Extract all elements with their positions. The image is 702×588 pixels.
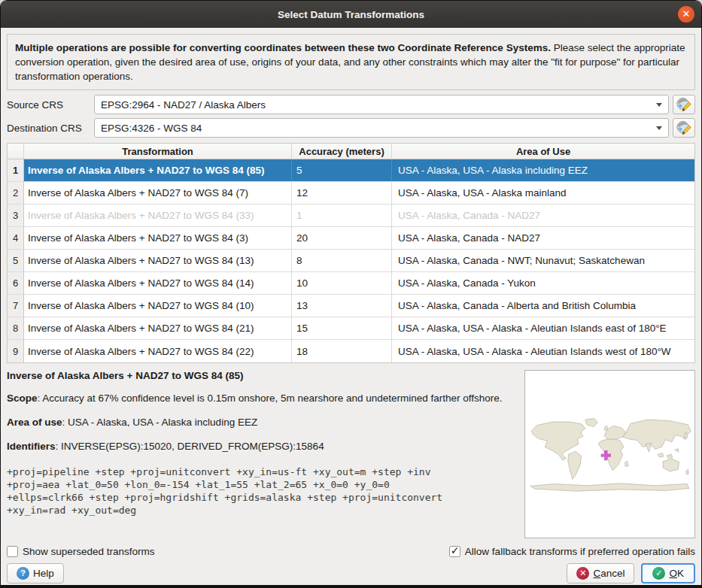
description-box: Multiple operations are possible for con… xyxy=(7,34,695,90)
table-row[interactable]: 2 Inverse of Alaska Albers + NAD27 to WG… xyxy=(8,182,694,205)
transformation-cell: Inverse of Alaska Albers + NAD27 to WGS … xyxy=(24,272,292,294)
area-of-use-label: Area of use xyxy=(7,417,62,428)
ok-button-label: OK xyxy=(669,568,684,579)
checkbox-row: Show superseded transforms Allow fallbac… xyxy=(7,544,695,559)
chevron-down-icon xyxy=(656,126,662,130)
accuracy-cell: 12 xyxy=(292,182,392,204)
area-of-use-cell: USA - Alaska, USA - Alaska - Aleutian Is… xyxy=(392,317,694,339)
area-of-use-text: : USA - Alaska, USA - Alaska including E… xyxy=(62,417,258,428)
transformation-cell: Inverse of Alaska Albers + NAD27 to WGS … xyxy=(24,159,292,181)
area-of-use-cell: USA - Alaska, USA - Alaska mainland xyxy=(392,182,694,204)
area-of-use-map xyxy=(524,370,695,538)
row-number: 5 xyxy=(8,250,24,271)
help-button[interactable]: ? Help xyxy=(7,563,64,583)
identifiers-text: : INVERSE(EPSG):15020, DERIVED_FROM(EPSG… xyxy=(56,441,324,452)
row-number: 9 xyxy=(8,340,24,362)
cancel-button-label: Cancel xyxy=(593,568,625,579)
chevron-down-icon xyxy=(656,103,662,107)
transformation-cell: Inverse of Alaska Albers + NAD27 to WGS … xyxy=(24,205,292,226)
transformation-cell: Inverse of Alaska Albers + NAD27 to WGS … xyxy=(24,182,292,204)
dialog-content: Multiple operations are possible for con… xyxy=(1,28,701,585)
transformation-cell: Inverse of Alaska Albers + NAD27 to WGS … xyxy=(24,227,292,249)
close-icon[interactable]: ✕ xyxy=(678,6,694,23)
details-text: Inverse of Alaska Albers + NAD27 to WGS … xyxy=(7,370,524,538)
area-of-use-cell: USA - Alaska, Canada - Alberta and Briti… xyxy=(392,295,694,317)
source-crs-picker-button[interactable] xyxy=(673,95,695,114)
accuracy-cell: 1 xyxy=(292,205,392,226)
table-row[interactable]: 7 Inverse of Alaska Albers + NAD27 to WG… xyxy=(8,295,694,317)
row-number: 1 xyxy=(8,159,24,181)
show-superseded-label: Show superseded transforms xyxy=(23,546,155,557)
accuracy-cell: 8 xyxy=(292,250,392,271)
accuracy-cell: 10 xyxy=(292,272,392,294)
select-datum-transformations-dialog: Select Datum Transformations ✕ Multiple … xyxy=(0,0,702,588)
row-number-header xyxy=(8,144,24,159)
table-row[interactable]: 1 Inverse of Alaska Albers + NAD27 to WG… xyxy=(8,159,694,182)
checkbox-icon[interactable] xyxy=(7,546,18,557)
ok-button[interactable]: ✓ OK xyxy=(641,563,695,583)
area-of-use-cell: USA - Alaska, USA - Alaska including EEZ xyxy=(392,159,694,181)
transformation-cell: Inverse of Alaska Albers + NAD27 to WGS … xyxy=(24,317,292,339)
area-of-use-paragraph: Area of use: USA - Alaska, USA - Alaska … xyxy=(7,415,503,429)
source-crs-row: Source CRS EPSG:2964 - NAD27 / Alaska Al… xyxy=(7,95,695,114)
allow-fallback-label: Allow fallback transforms if preferred o… xyxy=(465,546,695,557)
destination-crs-label: Destination CRS xyxy=(7,123,94,134)
accuracy-cell: 13 xyxy=(292,295,392,317)
destination-crs-value: EPSG:4326 - WGS 84 xyxy=(101,123,652,134)
globe-pencil-icon xyxy=(676,96,692,113)
scope-paragraph: Scope: Accuracy at 67% confidence level … xyxy=(7,391,503,405)
proj-string: +proj=pipeline +step +proj=unitconvert +… xyxy=(7,465,514,517)
scope-text: : Accuracy at 67% confidence level is 0.… xyxy=(38,393,503,404)
world-map-image xyxy=(526,415,694,494)
row-number: 2 xyxy=(8,182,24,204)
button-row: ? Help ✕ Cancel ✓ OK xyxy=(7,563,695,583)
details-title: Inverse of Alaska Albers + NAD27 to WGS … xyxy=(7,370,514,381)
window-title: Select Datum Transformations xyxy=(278,9,424,20)
cancel-button[interactable]: ✕ Cancel xyxy=(567,563,634,583)
cancel-icon: ✕ xyxy=(576,567,589,580)
ok-icon: ✓ xyxy=(652,567,665,580)
table-row[interactable]: 9 Inverse of Alaska Albers + NAD27 to WG… xyxy=(8,340,694,362)
table-header: Transformation Accuracy (meters) Area of… xyxy=(8,144,694,159)
help-button-label: Help xyxy=(33,568,54,579)
table-row[interactable]: 4 Inverse of Alaska Albers + NAD27 to WG… xyxy=(8,227,694,250)
table-row[interactable]: 6 Inverse of Alaska Albers + NAD27 to WG… xyxy=(8,272,694,295)
row-number: 4 xyxy=(8,227,24,249)
globe-pencil-icon xyxy=(676,120,692,136)
accuracy-cell: 15 xyxy=(292,317,392,339)
table-row[interactable]: 3 Inverse of Alaska Albers + NAD27 to WG… xyxy=(8,205,694,227)
accuracy-cell: 20 xyxy=(292,227,392,249)
destination-crs-picker-button[interactable] xyxy=(673,118,695,138)
show-superseded-checkbox[interactable]: Show superseded transforms xyxy=(7,546,155,557)
source-crs-label: Source CRS xyxy=(7,99,94,111)
allow-fallback-checkbox[interactable]: Allow fallback transforms if preferred o… xyxy=(449,546,695,557)
identifiers-label: Identifiers xyxy=(7,441,56,452)
area-of-use-cell: USA - Alaska, USA - Alaska - Aleutian Is… xyxy=(392,340,694,362)
column-header-area-of-use[interactable]: Area of Use xyxy=(392,144,694,159)
table-row[interactable]: 8 Inverse of Alaska Albers + NAD27 to WG… xyxy=(8,317,694,340)
scope-label: Scope xyxy=(7,393,38,404)
destination-crs-select[interactable]: EPSG:4326 - WGS 84 xyxy=(94,118,669,138)
column-header-transformation[interactable]: Transformation xyxy=(24,144,292,159)
titlebar[interactable]: Select Datum Transformations ✕ xyxy=(1,1,701,28)
accuracy-cell: 5 xyxy=(292,159,392,181)
identifiers-paragraph: Identifiers: INVERSE(EPSG):15020, DERIVE… xyxy=(7,439,503,453)
checkbox-icon[interactable] xyxy=(449,546,460,557)
transformation-cell: Inverse of Alaska Albers + NAD27 to WGS … xyxy=(24,250,292,271)
area-of-use-cell: USA - Alaska, Canada - NWT; Nunavut; Sas… xyxy=(392,250,694,271)
source-crs-value: EPSG:2964 - NAD27 / Alaska Albers xyxy=(101,99,652,111)
table-row[interactable]: 5 Inverse of Alaska Albers + NAD27 to WG… xyxy=(8,250,694,272)
area-of-use-cell: USA - Alaska, Canada - Yukon xyxy=(392,272,694,294)
transformations-table: Transformation Accuracy (meters) Area of… xyxy=(7,143,695,363)
column-header-accuracy[interactable]: Accuracy (meters) xyxy=(292,144,392,159)
source-crs-select[interactable]: EPSG:2964 - NAD27 / Alaska Albers xyxy=(94,95,669,114)
row-number: 3 xyxy=(8,205,24,226)
area-of-use-cell: USA - Alaska, Canada - NAD27 xyxy=(392,205,694,226)
area-of-use-cell: USA - Alaska, Canada - NAD27 xyxy=(392,227,694,249)
transformation-cell: Inverse of Alaska Albers + NAD27 to WGS … xyxy=(24,340,292,362)
row-number: 6 xyxy=(8,272,24,294)
description-bold-text: Multiple operations are possible for con… xyxy=(15,42,551,53)
accuracy-cell: 18 xyxy=(292,340,392,362)
help-icon: ? xyxy=(17,567,29,580)
row-number: 7 xyxy=(8,295,24,317)
